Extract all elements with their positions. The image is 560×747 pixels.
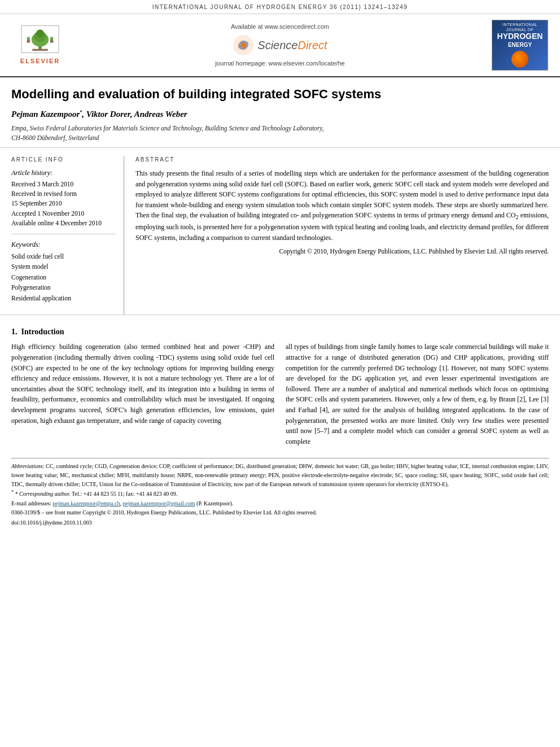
abbreviations-label: Abbreviations:	[11, 463, 46, 469]
svg-point-7	[50, 37, 54, 40]
body-col-right: all types of buildings from single famil…	[286, 342, 549, 450]
article-info-label: ARTICLE INFO	[11, 156, 116, 164]
available-at-text: Available at www.sciencedirect.com	[231, 23, 329, 31]
email-1[interactable]: pejman.kazempoor@empa.ch	[53, 500, 120, 506]
email-name: (P. Kazempoor).	[196, 500, 233, 506]
section-1-title: Introduction	[21, 327, 64, 336]
available-online-date: Available online 4 December 2010	[11, 219, 116, 228]
two-column-body: High efficiency building cogeneration (a…	[11, 342, 549, 450]
sciencedirect-text: ScienceDirect	[257, 37, 327, 53]
hydrogen-journal-name: International Journal of	[495, 23, 545, 32]
received-revised-label: Received in revised form	[11, 189, 116, 199]
paper-title-section: Modelling and evaluation of building int…	[0, 77, 560, 148]
elsevier-logo: ELSEVIER	[9, 20, 71, 71]
journal-homepage-text: journal homepage: www.elsevier.com/locat…	[215, 59, 344, 68]
svg-point-11	[241, 43, 246, 47]
elsevier-tree-icon	[20, 25, 60, 56]
hydrogen-logo-box: International Journal of HYDROGEN ENERGY	[492, 20, 548, 71]
keyword-2: System model	[11, 261, 116, 272]
corresponding-label: * Corresponding author.	[15, 491, 71, 497]
body-col2-para1: all types of buildings from single famil…	[286, 342, 549, 447]
doi-text: doi:10.1016/j.ijhydene.2010.11.003	[11, 518, 549, 527]
corresponding-author-text: * * Corresponding author. Tel.: +41 44 8…	[11, 489, 549, 499]
email-text: E-mail addresses: pejman.kazempoor@empa.…	[11, 499, 549, 508]
svg-point-6	[27, 37, 30, 40]
article-info: ARTICLE INFO Article history: Received 3…	[11, 156, 124, 314]
author-names: Pejman Kazempoor*, Viktor Dorer, Andreas…	[11, 110, 187, 119]
keyword-5: Residential application	[11, 293, 116, 303]
abstract-label: ABSTRACT	[135, 156, 549, 164]
body-col-left: High efficiency building cogeneration (a…	[11, 342, 274, 450]
keyword-4: Polygeneration	[11, 282, 116, 292]
content-section: ARTICLE INFO Article history: Received 3…	[0, 148, 560, 315]
copyright-line: 0360-3199/$ – see front matter Copyright…	[11, 508, 549, 517]
journal-title: International Journal of Hydrogen Energy…	[152, 4, 408, 10]
abstract-copyright: Copyright © 2010, Hydrogen Energy Public…	[135, 247, 549, 256]
main-body: 1. Introduction High efficiency building…	[0, 315, 560, 536]
article-history-group: Article history: Received 3 March 2010 R…	[11, 168, 116, 234]
affiliation-line1: Empa, Swiss Federal Laboratories for Mat…	[11, 125, 324, 132]
journal-header: International Journal of Hydrogen Energy…	[0, 0, 560, 14]
authors: Pejman Kazempoor*, Viktor Dorer, Andreas…	[11, 108, 549, 120]
affiliation: Empa, Swiss Federal Laboratories for Mat…	[11, 124, 549, 143]
elsevier-text: ELSEVIER	[20, 57, 60, 65]
received-revised-date: 15 September 2010	[11, 199, 116, 208]
affiliation-line2: CH-8600 Dübendorf, Switzerland	[11, 134, 99, 141]
history-label: Article history:	[11, 168, 116, 178]
abstract-section: ABSTRACT This study presents the final r…	[135, 156, 549, 314]
section-1-number: 1.	[11, 327, 18, 336]
keyword-3: Cogeneration	[11, 272, 116, 282]
keywords-label: Keywords:	[11, 240, 116, 250]
svg-rect-8	[27, 40, 30, 43]
hydrogen-big-text: HYDROGEN	[497, 32, 543, 41]
abstract-text: This study presents the final results of…	[135, 168, 549, 243]
svg-point-4	[36, 29, 44, 37]
header-section: ELSEVIER Available at www.sciencedirect.…	[0, 14, 560, 77]
email-2[interactable]: pejman.kazempoor@gmail.com	[123, 500, 195, 506]
body-col1-para1: High efficiency building cogeneration (a…	[11, 342, 274, 426]
sciencedirect-logo: ScienceDirect	[233, 34, 327, 56]
hydrogen-globe-icon	[511, 51, 528, 68]
accepted-date: Accepted 1 November 2010	[11, 209, 116, 219]
svg-rect-5	[32, 49, 48, 50]
sd-logo-icon	[233, 34, 254, 56]
received-date: Received 3 March 2010	[11, 180, 116, 189]
footnote-section: Abbreviations: CC, combined cycle; CGD, …	[11, 458, 549, 527]
section-1-heading: 1. Introduction	[11, 326, 549, 338]
hydrogen-logo: International Journal of HYDROGEN ENERGY	[489, 20, 551, 71]
keywords-group: Keywords: Solid oxide fuel cell System m…	[11, 240, 116, 309]
header-center: Available at www.sciencedirect.com Scien…	[77, 20, 483, 71]
keyword-1: Solid oxide fuel cell	[11, 251, 116, 261]
abbreviations-text: Abbreviations: CC, combined cycle; CGD, …	[11, 462, 549, 489]
svg-rect-9	[50, 40, 54, 43]
paper-title: Modelling and evaluation of building int…	[11, 86, 549, 103]
corresponding-tel: Tel.: +41 44 823 55 11; fax: +41 44 823 …	[72, 491, 177, 497]
hydrogen-energy-text: ENERGY	[508, 41, 532, 49]
